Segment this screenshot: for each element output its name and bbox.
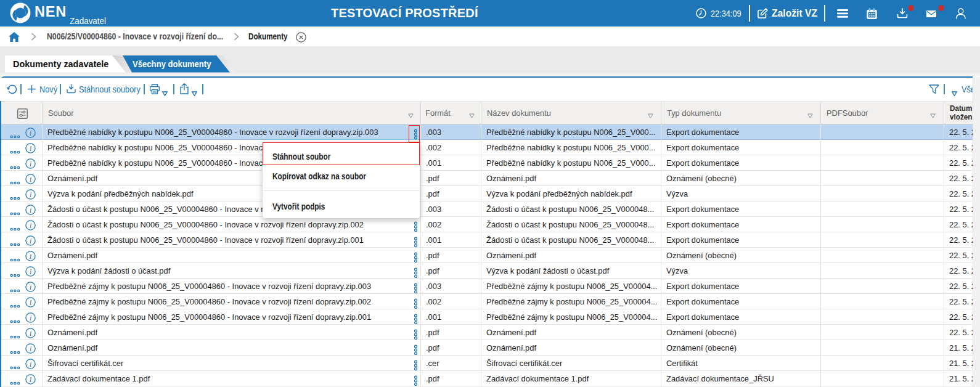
svg-text:i: i [30, 190, 31, 198]
svg-text:i: i [30, 237, 31, 244]
svg-text:i: i [30, 360, 31, 367]
svg-text:i: i [30, 221, 31, 229]
svg-text:i: i [30, 175, 31, 182]
svg-text:i: i [30, 144, 31, 152]
svg-text:i: i [30, 375, 31, 383]
svg-text:i: i [30, 329, 31, 336]
svg-text:i: i [30, 129, 31, 136]
svg-text:i: i [30, 160, 31, 167]
svg-text:i: i [30, 298, 31, 306]
svg-text:i: i [30, 283, 31, 290]
svg-text:i: i [30, 206, 31, 213]
svg-text:i: i [30, 267, 31, 275]
svg-text:i: i [30, 314, 31, 321]
svg-text:i: i [30, 252, 31, 259]
svg-text:i: i [30, 344, 31, 352]
